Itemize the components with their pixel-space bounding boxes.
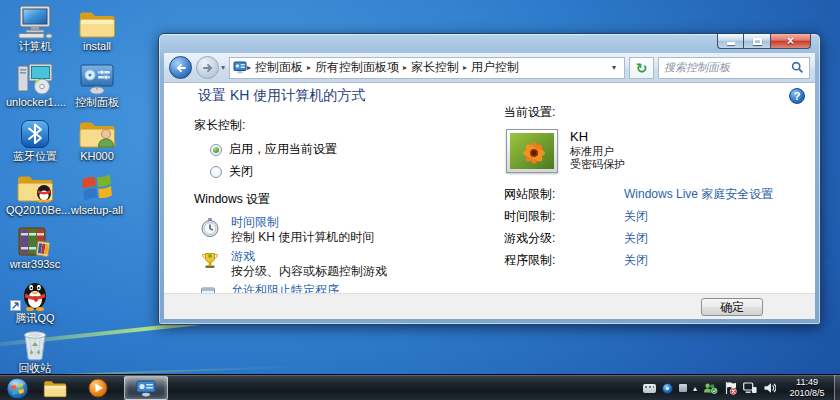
explorer-folder-icon	[43, 379, 67, 398]
navigation-bar: ▾ ▸ 控制面板 ▸ 所有控制面板项 ▸ 家长控制 ▸ 用户控制 ▾ ↻ 搜索控…	[164, 53, 815, 83]
desktop-icon-kh000[interactable]: KH000	[68, 114, 126, 162]
network-icon[interactable]	[743, 382, 757, 394]
desktop-icon-control-panel[interactable]: 控制面板	[68, 60, 126, 108]
games-trophy-icon	[200, 250, 222, 278]
tray-small-icon[interactable]	[679, 384, 687, 392]
parental-controls-window: × ▾ ▸ 控制面板 ▸ 所有控制面板项 ▸ 家长控制 ▸ 用户控制 ▾ ↻ 搜…	[158, 33, 821, 325]
user-type: 标准用户	[570, 145, 625, 158]
minimize-button[interactable]	[717, 34, 744, 49]
unlocker-icon	[6, 60, 64, 95]
search-input[interactable]: 搜索控制面板	[658, 57, 810, 79]
close-icon: ×	[787, 35, 794, 47]
desktop-icon-label: 控制面板	[68, 96, 126, 108]
search-placeholder: 搜索控制面板	[664, 60, 787, 75]
breadcrumb-parental-controls[interactable]: 家长控制	[407, 59, 463, 76]
desktop-icon-recycle-bin[interactable]: 回收站	[6, 326, 64, 374]
current-settings-column: 当前设置: KH 标准用户 受密码保护 网站限制: Windows Live 家…	[504, 104, 809, 271]
settings-column: 设置 KH 使用计算机的方式 家长控制: 启用，应用当前设置 关闭 Window…	[194, 87, 500, 293]
hidden-icons-chevron[interactable]: ▴	[693, 384, 697, 393]
user-folder-icon	[68, 114, 126, 149]
history-dropdown-icon[interactable]: ▾	[221, 63, 225, 72]
action-center-flag-icon[interactable]	[724, 381, 737, 395]
messenger-icon[interactable]	[703, 382, 718, 394]
current-row-time: 时间限制: 关闭	[504, 205, 809, 227]
program-limits-value: 关闭	[624, 252, 648, 269]
time-limits-value: 关闭	[624, 208, 648, 225]
radio-enabled-label: 启用，应用当前设置	[229, 141, 337, 158]
ok-button[interactable]: 确定	[701, 298, 763, 316]
show-desktop-button[interactable]	[834, 375, 840, 400]
start-orb-icon	[6, 377, 29, 400]
input-indicator-icon[interactable]	[643, 384, 656, 393]
taskbar: ▴ 11:49 2010/8/5	[0, 374, 840, 400]
games-link[interactable]: 游戏	[231, 250, 387, 263]
windows-flag-icon	[68, 168, 126, 203]
close-button[interactable]: ×	[771, 34, 811, 49]
desktop-icon-label: 腾讯QQ	[6, 312, 64, 324]
desktop-icon-winrar[interactable]: wrar393sc	[6, 222, 64, 270]
status-blue-icon[interactable]	[662, 383, 673, 394]
address-dropdown-icon[interactable]: ▾	[607, 63, 621, 72]
desktop-icon-label: wlsetup-all	[68, 204, 126, 216]
desktop-icon-computer[interactable]: 计算机	[6, 4, 64, 52]
breadcrumb-all-items[interactable]: 所有控制面板项	[311, 59, 403, 76]
maximize-icon	[753, 38, 762, 45]
programs-link[interactable]: 允许和阻止特定程序	[231, 284, 423, 293]
desktop-icon-wlsetup[interactable]: wlsetup-all	[68, 168, 126, 216]
web-restrictions-value: Windows Live 家庭安全设置	[624, 186, 773, 203]
volume-icon[interactable]	[763, 382, 776, 394]
desktop-icon-bluetooth[interactable]: 蓝牙位置	[6, 114, 64, 162]
desktop-icon-qq2010[interactable]: QQ2010Be...	[6, 168, 64, 216]
taskbar-explorer-button[interactable]	[38, 376, 72, 400]
clock-time: 11:49	[781, 377, 833, 388]
recycle-bin-icon	[6, 326, 64, 361]
setting-item-games: 游戏 按分级、内容或标题控制游戏	[200, 250, 500, 278]
breadcrumb-control-panel[interactable]: 控制面板	[251, 59, 307, 76]
taskbar-clock[interactable]: 11:49 2010/8/5	[781, 377, 833, 399]
desktop-icon-label: 蓝牙位置	[6, 150, 64, 162]
page-title: 设置 KH 使用计算机的方式	[198, 87, 500, 105]
current-row-web: 网站限制: Windows Live 家庭安全设置	[504, 183, 809, 205]
desktop-icon-unlocker[interactable]: unlocker1....	[6, 60, 64, 108]
radio-enabled[interactable]: 启用，应用当前设置	[210, 141, 500, 158]
clock-date: 2010/8/5	[781, 388, 833, 399]
desktop-icon-label: 回收站	[6, 362, 64, 374]
start-button[interactable]	[5, 376, 29, 400]
winrar-icon	[6, 222, 64, 257]
user-name: KH	[570, 129, 625, 145]
desktop: 计算机 install unlocker1.... 控制面板 蓝牙位置 KH00…	[0, 0, 840, 400]
desktop-icon-label: QQ2010Be...	[6, 204, 64, 216]
radio-off-label: 关闭	[229, 163, 253, 180]
current-row-games: 游戏分级: 关闭	[504, 227, 809, 249]
programs-icon	[200, 284, 222, 293]
search-icon	[791, 61, 804, 74]
desktop-icon-label: wrar393sc	[6, 258, 64, 270]
control-panel-icon	[136, 380, 156, 397]
back-button[interactable]	[169, 56, 192, 79]
maximize-button[interactable]	[744, 34, 771, 49]
refresh-icon: ↻	[636, 60, 648, 76]
breadcrumb-user-controls[interactable]: 用户控制	[467, 59, 523, 76]
window-caption-buttons: ×	[717, 34, 811, 49]
taskbar-media-player-button[interactable]	[81, 376, 115, 400]
refresh-button[interactable]: ↻	[629, 57, 654, 79]
folder-icon	[68, 4, 126, 39]
control-panel-icon	[68, 60, 126, 95]
taskbar-control-panel-button[interactable]	[124, 376, 168, 400]
help-button[interactable]: ?	[789, 88, 805, 104]
desktop-icon-install[interactable]: install	[68, 4, 126, 52]
time-limits-link[interactable]: 时间限制	[231, 216, 374, 229]
bluetooth-icon	[6, 114, 64, 149]
user-picture	[506, 129, 558, 173]
forward-button[interactable]	[196, 56, 219, 79]
help-icon: ?	[794, 90, 801, 102]
system-tray: ▴	[643, 375, 776, 400]
desktop-icon-label: KH000	[68, 150, 126, 162]
media-player-icon	[88, 378, 108, 398]
current-settings-header: 当前设置:	[504, 104, 809, 121]
desktop-icon-tencent-qq[interactable]: 腾讯QQ	[6, 276, 64, 324]
qq-penguin-icon	[6, 276, 64, 311]
radio-off[interactable]: 关闭	[210, 163, 500, 180]
desktop-icon-label: 计算机	[6, 40, 64, 52]
user-protection: 受密码保护	[570, 158, 625, 171]
